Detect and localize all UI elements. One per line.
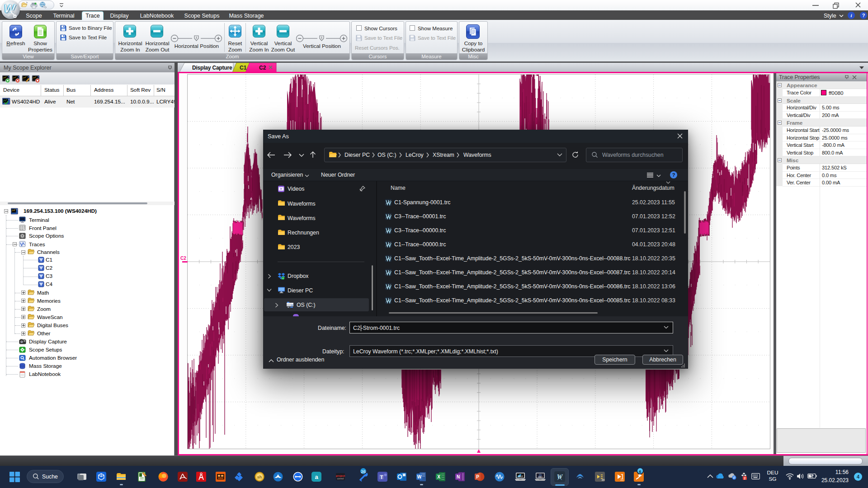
svg-text:N: N <box>457 474 460 479</box>
svg-text:20: 20 <box>602 479 605 481</box>
svg-text:MAUI: MAUI <box>518 475 523 478</box>
svg-text:W: W <box>417 474 422 479</box>
svg-text:P: P <box>476 474 479 479</box>
svg-text:2: 2 <box>744 477 746 480</box>
svg-text:21: 21 <box>620 478 624 481</box>
svg-text:sh: sh <box>257 475 262 479</box>
svg-text:X: X <box>437 474 440 479</box>
svg-text:T: T <box>380 474 383 480</box>
svg-text:MAUI: MAUI <box>538 476 542 478</box>
svg-text:a: a <box>315 474 318 480</box>
svg-text:control: control <box>337 477 344 480</box>
